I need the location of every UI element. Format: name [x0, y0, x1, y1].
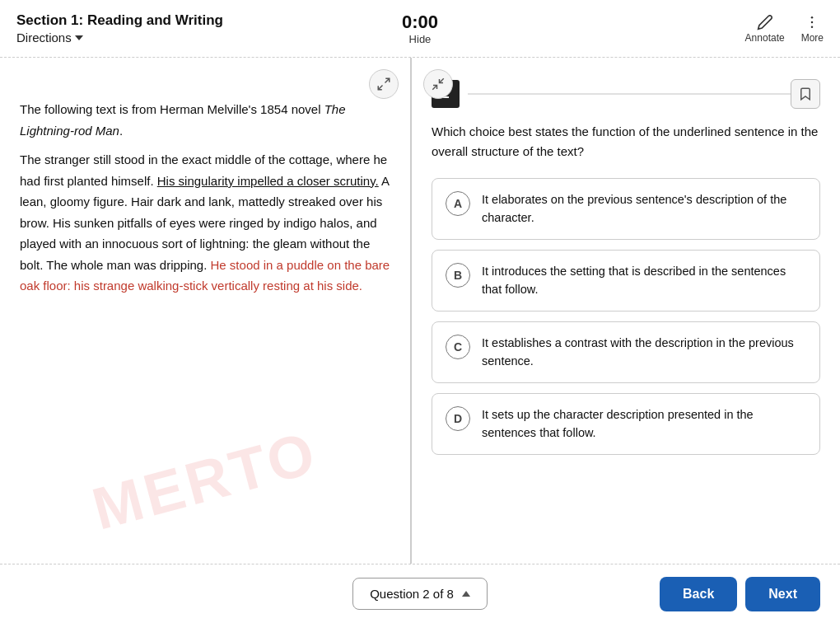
svg-line-6	[440, 78, 444, 82]
watermark: MERTO	[86, 418, 324, 542]
question-nav-label: Question 2 of 8	[370, 587, 454, 601]
main-content: The following text is from Herman Melvil…	[0, 58, 840, 564]
answer-choice-b[interactable]: B It introduces the setting that is desc…	[432, 250, 820, 312]
caret-up-icon	[462, 591, 470, 597]
header: Section 1: Reading and Writing Direction…	[0, 0, 840, 58]
header-center: 0:00 Hide	[402, 12, 438, 45]
choice-letter-d: D	[446, 406, 470, 431]
bookmark-button[interactable]	[791, 79, 820, 109]
period: .	[119, 124, 123, 138]
svg-line-3	[385, 78, 390, 82]
chevron-down-icon	[75, 35, 83, 40]
more-label: More	[801, 32, 824, 44]
directions-label: Directions	[16, 30, 72, 44]
header-right: Annotate More	[745, 14, 824, 44]
answer-choice-d[interactable]: D It sets up the character description p…	[432, 393, 820, 455]
expand-icon	[376, 77, 391, 91]
choice-letter-b: B	[446, 263, 470, 288]
pencil-icon	[757, 14, 773, 30]
question-text: Which choice best states the function of…	[432, 122, 820, 162]
choice-text-d: It sets up the character description pre…	[482, 405, 806, 443]
collapse-icon	[431, 77, 446, 91]
passage-body: The stranger still stood in the exact mi…	[20, 149, 390, 297]
divider	[468, 93, 791, 95]
annotate-button[interactable]: Annotate	[745, 14, 785, 44]
timer-display: 0:00	[402, 12, 438, 33]
svg-point-0	[811, 16, 814, 18]
svg-line-5	[432, 86, 436, 90]
collapse-right-button[interactable]	[423, 69, 453, 99]
more-icon	[804, 14, 820, 30]
bookmark-icon	[798, 87, 813, 101]
header-left: Section 1: Reading and Writing Direction…	[16, 12, 745, 44]
choice-letter-c: C	[446, 335, 470, 359]
back-button[interactable]: Back	[660, 577, 737, 611]
question-navigator[interactable]: Question 2 of 8	[352, 578, 488, 610]
footer-buttons: Back Next	[660, 577, 820, 611]
right-panel: 2 Which choice best states the function …	[412, 58, 840, 564]
footer: Question 2 of 8 Back Next	[0, 564, 840, 623]
underlined-phrase: His singularity impelled a closer scruti…	[157, 174, 379, 188]
svg-line-4	[378, 86, 382, 90]
section-title: Section 1: Reading and Writing	[16, 12, 745, 29]
annotate-label: Annotate	[745, 32, 785, 44]
hide-timer-button[interactable]: Hide	[409, 33, 432, 45]
answer-choices: A It elaborates on the previous sentence…	[432, 178, 820, 455]
intro-text: The following text is from Herman Melvil…	[20, 102, 321, 116]
next-button[interactable]: Next	[745, 577, 820, 611]
left-panel: The following text is from Herman Melvil…	[0, 58, 412, 564]
expand-left-button[interactable]	[369, 69, 399, 99]
passage-content: The following text is from Herman Melvil…	[20, 99, 390, 297]
answer-choice-c[interactable]: C It establishes a contrast with the des…	[432, 321, 820, 383]
passage-intro: The following text is from Herman Melvil…	[20, 99, 390, 141]
more-button[interactable]: More	[801, 14, 824, 44]
directions-button[interactable]: Directions	[16, 30, 745, 44]
answer-choice-a[interactable]: A It elaborates on the previous sentence…	[432, 178, 820, 240]
choice-text-b: It introduces the setting that is descri…	[482, 262, 806, 299]
svg-point-1	[811, 21, 814, 23]
choice-letter-a: A	[446, 191, 470, 216]
choice-text-a: It elaborates on the previous sentence's…	[482, 190, 806, 227]
svg-point-2	[811, 26, 814, 28]
choice-text-c: It establishes a contrast with the descr…	[482, 334, 806, 371]
question-header: 2	[432, 79, 820, 109]
